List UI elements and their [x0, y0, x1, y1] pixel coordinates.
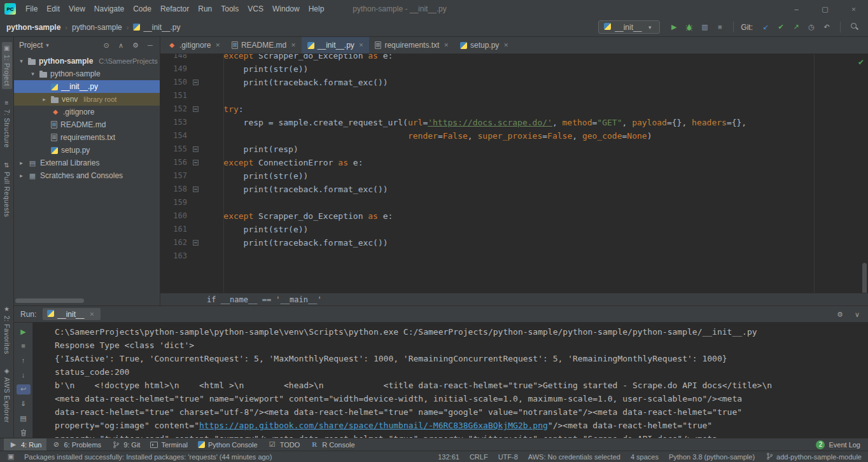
fold-marker-icon[interactable]: – — [193, 146, 199, 152]
search-everywhere-button[interactable] — [846, 20, 862, 34]
chevron-down-icon[interactable]: ▾ — [46, 42, 49, 48]
menu-tools[interactable]: Tools — [216, 0, 243, 18]
print-button[interactable]: ▤ — [17, 413, 31, 424]
tool-button-structure[interactable]: ≡7: Structure — [2, 97, 12, 151]
breadcrumb-item[interactable]: python-sample — [6, 23, 60, 32]
editor-tab-init-py[interactable]: __init__.py✕ — [302, 37, 370, 53]
maximize-button[interactable]: ▢ — [811, 0, 839, 18]
push-button[interactable]: ↗ — [788, 20, 804, 34]
tool-button-pull-requests[interactable]: ⇅Pull Requests — [2, 159, 12, 220]
fold-marker-icon[interactable]: – — [193, 106, 199, 112]
tab-close-icon[interactable]: ✕ — [444, 42, 449, 48]
tool-window-button-todo[interactable]: ☑TODO — [263, 438, 305, 451]
run-tab-close[interactable]: ✕ — [87, 309, 96, 319]
run-configuration-selector[interactable]: __init__ ▾ — [598, 20, 660, 34]
minimize-button[interactable]: – — [782, 0, 811, 18]
menu-edit[interactable]: Edit — [42, 0, 64, 18]
update-project-button[interactable]: ↙ — [758, 20, 773, 34]
code-line[interactable]: 154 render=False, super_proxies=False, g… — [160, 129, 859, 143]
fold-marker-icon[interactable]: – — [193, 240, 199, 246]
tree-node-venv[interactable]: ▸venvlibrary root — [14, 93, 160, 106]
code-line[interactable]: 150– print(traceback.format_exc()) — [160, 76, 859, 89]
console-hyperlink[interactable]: https://app.gitbook.com/share/space/thum… — [199, 421, 548, 430]
editor-tab-requirements-txt[interactable]: requirements.txt✕ — [369, 37, 454, 53]
tree-node-scratches-and-consoles[interactable]: ▸▦Scratches and Consoles — [14, 169, 160, 182]
expand-all-button[interactable]: ∧ — [116, 41, 125, 50]
run-tab[interactable]: __init__ ✕ — [43, 308, 101, 320]
fold-marker-icon[interactable]: – — [193, 186, 199, 192]
settings-button[interactable]: ⚙ — [836, 310, 844, 319]
code-line[interactable]: 160 except Scrapper_do_Exception as e: — [160, 209, 859, 223]
menu-help[interactable]: Help — [304, 0, 329, 18]
code-line[interactable]: 158– print(traceback.format_exc()) — [160, 183, 859, 196]
tree-node-external-libraries[interactable]: ▸▤External Libraries — [14, 157, 160, 169]
code-line[interactable]: 156– except ConnectionError as e: — [160, 156, 859, 169]
status-widget-aws-no-credentials-selected[interactable]: AWS: No credentials selected — [528, 453, 620, 461]
tree-collapse-icon[interactable]: ▾ — [18, 58, 25, 64]
tool-window-switcher[interactable]: ▣ — [6, 452, 15, 461]
tree-node-python-sample[interactable]: ▾python-sampleC:\SameerProjects — [14, 55, 160, 67]
code-line[interactable]: 159 — [160, 196, 859, 209]
tool-button-favorites[interactable]: ★2: Favorites — [2, 303, 12, 358]
tool-window-button-problems[interactable]: ⊘6: Problems — [46, 438, 106, 451]
breadcrumb-scope[interactable]: if __name__ == '__main__' — [207, 295, 322, 304]
code-line[interactable]: 149 print(str(e)) — [160, 62, 859, 76]
code-line[interactable]: 151 — [160, 89, 859, 102]
status-widget-132-61[interactable]: 132:61 — [438, 453, 459, 461]
status-widget-python-3-8-python-sample[interactable]: Python 3.8 (python-sample) — [669, 453, 755, 461]
tool-window-button-git[interactable]: 9: Git — [106, 438, 145, 451]
code-line[interactable]: 155– print(resp) — [160, 143, 859, 156]
event-log-badge[interactable]: 2 — [816, 440, 825, 449]
code-line[interactable]: 153 resp = sample.create_request_url(url… — [160, 116, 859, 129]
rerun-button[interactable]: ▶ — [17, 326, 31, 337]
hide-button[interactable]: ─ — [146, 41, 155, 50]
tree-expand-icon[interactable]: ▸ — [18, 172, 25, 179]
status-widget-4-spaces[interactable]: 4 spaces — [631, 453, 659, 461]
down-stack-trace-button[interactable]: ↓ — [17, 370, 31, 381]
tab-close-icon[interactable]: ✕ — [215, 42, 220, 48]
commit-button[interactable]: ✔ — [773, 20, 788, 34]
status-widget-utf-8[interactable]: UTF-8 — [498, 453, 518, 461]
tree-expand-icon[interactable]: ▸ — [18, 160, 25, 166]
fold-marker-icon[interactable]: – — [193, 80, 199, 85]
menu-navigate[interactable]: Navigate — [90, 0, 129, 18]
soft-wrap-button[interactable]: ↩ — [17, 384, 31, 395]
tab-close-icon[interactable]: ✕ — [291, 42, 296, 48]
breadcrumb-item[interactable]: python-sample — [72, 23, 122, 32]
code-hyperlink[interactable]: 'https://docs.scrape.do/' — [428, 118, 552, 127]
editor-tab-gitignore[interactable]: ◆.gitignore✕ — [162, 37, 226, 53]
tree-node-requirements-txt[interactable]: requirements.txt — [14, 131, 160, 144]
tree-expand-icon[interactable]: ▸ — [41, 96, 48, 102]
tool-button-project[interactable]: ▣1: Project — [2, 42, 12, 89]
stop-button[interactable]: ■ — [17, 341, 31, 352]
history-button[interactable]: ◷ — [804, 20, 819, 34]
git-branch-widget[interactable]: add-python-sample-module — [765, 452, 862, 461]
inspections-ok-icon[interactable]: ✔ — [858, 58, 864, 67]
tool-window-button-r-console[interactable]: RR Console — [305, 438, 360, 451]
rollback-button[interactable]: ↶ — [819, 20, 834, 34]
tool-window-button-python-console[interactable]: Python Console — [193, 438, 263, 451]
tree-collapse-icon[interactable]: ▾ — [29, 71, 36, 77]
tree-node-python-sample[interactable]: ▾python-sample — [14, 67, 160, 80]
debug-button[interactable] — [682, 20, 697, 34]
clear-all-button[interactable] — [17, 427, 31, 438]
run-button[interactable]: ▶ — [666, 20, 682, 34]
tab-close-icon[interactable]: ✕ — [359, 42, 364, 48]
code-line[interactable]: 148 except Scrapper_do_Exception as e: — [160, 54, 859, 62]
breadcrumb-item[interactable]: __init__.py — [133, 23, 180, 32]
editor-scrollbar[interactable] — [862, 263, 867, 293]
menu-view[interactable]: View — [64, 0, 90, 18]
scroll-to-end-button[interactable]: ⇓ — [17, 398, 31, 409]
editor-tab-readme-md[interactable]: README.md✕ — [226, 37, 302, 53]
project-horizontal-scrollbar[interactable] — [15, 298, 84, 303]
editor-tab-setup-py[interactable]: setup.py✕ — [454, 37, 514, 53]
up-stack-trace-button[interactable]: ↑ — [17, 355, 31, 366]
menu-run[interactable]: Run — [193, 0, 216, 18]
stop-button[interactable]: ■ — [712, 20, 727, 34]
menu-code[interactable]: Code — [129, 0, 156, 18]
tree-node-setup-py[interactable]: setup.py — [14, 144, 160, 157]
editor-breadcrumbs[interactable]: if __name__ == '__main__' — [160, 293, 868, 305]
select-opened-file-button[interactable]: ⊙ — [102, 41, 111, 50]
menu-file[interactable]: File — [21, 0, 42, 18]
event-log-button[interactable]: Event Log — [829, 441, 860, 449]
